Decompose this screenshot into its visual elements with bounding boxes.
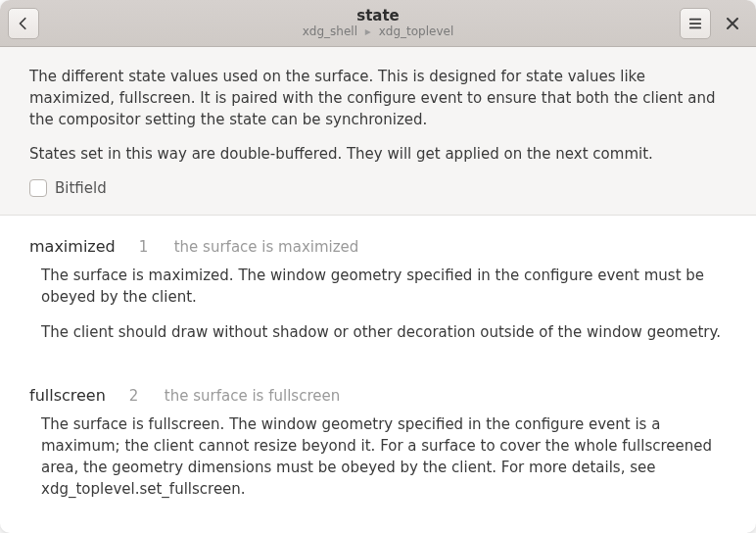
breadcrumb-item: xdg_toplevel: [379, 24, 454, 38]
entry-description: The surface is fullscreen. The window ge…: [29, 414, 727, 500]
intro-section: The different state values used on the s…: [0, 47, 756, 216]
close-icon: [727, 18, 738, 29]
entry-description: The surface is maximized. The window geo…: [29, 266, 727, 343]
page-title: state: [0, 8, 756, 24]
breadcrumb-item: xdg_shell: [303, 24, 357, 38]
bitfield-checkbox[interactable]: [29, 179, 47, 197]
menu-button[interactable]: [680, 8, 711, 39]
entries-list[interactable]: maximized 1 the surface is maximized The…: [0, 216, 756, 521]
breadcrumb-separator-icon: ▸: [365, 24, 371, 38]
window: state xdg_shell ▸ xdg_toplevel The diffe…: [0, 0, 756, 533]
entry-desc-paragraph: The surface is fullscreen. The window ge…: [41, 414, 727, 500]
intro-paragraph: The different state values used on the s…: [29, 67, 727, 130]
close-button[interactable]: [717, 8, 748, 39]
intro-paragraph: States set in this way are double-buffer…: [29, 144, 727, 166]
entry-summary: the surface is maximized: [174, 238, 359, 256]
enum-entry: fullscreen 2 the surface is fullscreen T…: [29, 364, 727, 521]
entry-summary: the surface is fullscreen: [165, 387, 340, 405]
entry-desc-paragraph: The surface is maximized. The window geo…: [41, 266, 727, 309]
entry-name: fullscreen: [29, 386, 106, 405]
enum-entry: maximized 1 the surface is maximized The…: [29, 216, 727, 364]
back-button[interactable]: [8, 8, 39, 39]
entry-value: 1: [139, 238, 151, 256]
entry-value: 2: [129, 387, 141, 405]
entry-desc-paragraph: The client should draw without shadow or…: [41, 322, 727, 344]
chevron-left-icon: [17, 17, 30, 30]
breadcrumb: xdg_shell ▸ xdg_toplevel: [0, 25, 756, 38]
entry-name: maximized: [29, 237, 116, 256]
hamburger-icon: [688, 17, 702, 30]
headerbar: state xdg_shell ▸ xdg_toplevel: [0, 0, 756, 47]
bitfield-label: Bitfield: [55, 179, 107, 197]
